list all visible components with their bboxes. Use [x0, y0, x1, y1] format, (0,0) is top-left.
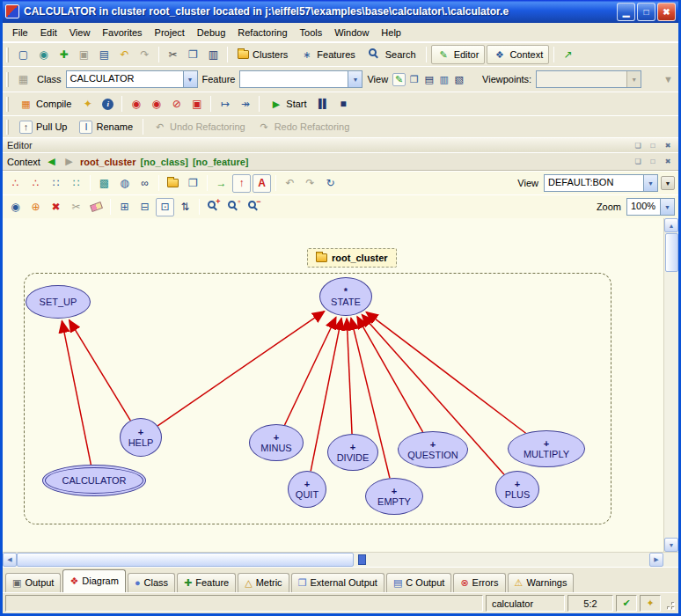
menu-item-favorites[interactable]: Favorites [96, 25, 148, 40]
copy-icon[interactable]: ❐ [184, 46, 202, 64]
tab-warnings[interactable]: ⚠Warnings [508, 573, 575, 592]
save-all-icon[interactable]: ▣ [75, 46, 93, 64]
breakpoint-disable-icon[interactable]: ⊘ [167, 95, 186, 114]
class-node-state[interactable]: *STATE [319, 277, 372, 316]
zoom-fit-icon[interactable]: ▫ [224, 198, 243, 216]
pull-up-button[interactable]: ↑ Pull Up [14, 117, 72, 136]
address-tool-icon[interactable]: ▦ [14, 70, 33, 89]
redo-icon[interactable]: ↷ [135, 46, 154, 64]
context-cluster-crumb[interactable]: root_cluster [80, 157, 136, 167]
feature-combo-arrow-icon[interactable]: ▼ [348, 71, 362, 87]
resize-grip[interactable] [663, 598, 677, 612]
class-node-help[interactable]: +HELP [120, 418, 162, 457]
tab-diagram[interactable]: ❖Diagram [62, 569, 125, 592]
diagram-canvas[interactable]: root_cluster SET_UP*STATE+HELPCALCULATOR… [3, 218, 663, 552]
class-combobox[interactable]: CALCULATOR ▼ [66, 70, 198, 88]
panel-float-icon[interactable]: ❏ [632, 140, 644, 151]
delete-tool-icon[interactable]: ✖ [47, 198, 65, 216]
class-relations-icon[interactable]: ∴ [6, 174, 25, 193]
start-button[interactable]: ▶ Start [264, 94, 311, 114]
horizontal-scrollbar[interactable]: ◀ ▶ [3, 552, 678, 567]
tab-output[interactable]: ▣Output [5, 573, 61, 592]
new-document-icon[interactable]: ▢ [14, 46, 33, 64]
vertical-scrollbar[interactable]: ▲ ▼ [663, 218, 678, 552]
diagram-redo-icon[interactable]: ↷ [301, 174, 319, 193]
class-node-minus[interactable]: +MINUS [249, 424, 304, 461]
inheritance-link-question-to-state[interactable] [357, 317, 423, 432]
clusters-button[interactable]: Clusters [232, 45, 293, 64]
history-back-icon[interactable]: ◀ [45, 155, 58, 168]
maximize-button[interactable]: □ [637, 3, 655, 21]
diagram-view-arrow-icon[interactable]: ▼ [643, 175, 657, 191]
inheritance-tool-icon[interactable]: ↑ [232, 174, 251, 193]
view-contract-icon[interactable]: ▤ [422, 73, 436, 86]
tab-metric[interactable]: △Metric [238, 573, 289, 592]
step-into-icon[interactable]: ↦ [216, 95, 234, 114]
menu-item-file[interactable]: File [6, 25, 34, 40]
features-button[interactable]: ∗ Features [295, 45, 360, 64]
anchor-tool-icon[interactable]: ⊕ [26, 198, 45, 216]
inheritance-link-multiply-to-state[interactable] [366, 312, 525, 434]
menu-item-debug[interactable]: Debug [191, 25, 231, 40]
feature-combobox[interactable]: ▼ [239, 70, 362, 88]
view-editor-icon[interactable]: ✎ [392, 73, 406, 86]
link-tool-icon[interactable]: ∞ [135, 174, 154, 193]
class-node-plus[interactable]: +PLUS [495, 471, 539, 508]
horizontal-scroll-thumb[interactable] [17, 553, 354, 567]
diagram-undo-icon[interactable]: ↶ [281, 174, 299, 193]
view-flat-icon[interactable]: ❐ [407, 73, 421, 86]
compile-button[interactable]: ▦ Compile [14, 94, 77, 114]
send-to-external-icon[interactable]: ↗ [559, 46, 577, 64]
editor-toggle-button[interactable]: ✎ Editor [431, 45, 486, 64]
zoom-combobox[interactable]: 100% ▼ [626, 198, 675, 216]
trim-tool-icon[interactable]: ✂ [67, 198, 85, 216]
breakpoint-remove-icon[interactable]: ▣ [187, 95, 206, 114]
context-maximize-icon[interactable]: □ [647, 156, 659, 167]
toolbar-grip[interactable] [6, 120, 9, 135]
export-image-icon[interactable]: ▩ [95, 174, 114, 193]
add-icon[interactable]: ✚ [55, 46, 73, 64]
title-bar[interactable]: CALCULATOR in cluster root_cluster locat… [3, 0, 678, 23]
class-node-calculator[interactable]: CALCULATOR [42, 465, 146, 496]
menu-item-view[interactable]: View [63, 25, 97, 40]
diagram-reload-icon[interactable]: ↻ [321, 174, 340, 193]
menu-item-edit[interactable]: Edit [34, 25, 63, 40]
tab-feature[interactable]: ✚Feature [177, 573, 236, 592]
cluster-relations-icon[interactable]: ∴ [26, 174, 45, 193]
context-close-icon[interactable]: ✖ [662, 156, 674, 167]
view-ancestors-icon[interactable]: ▧ [452, 73, 465, 86]
vertical-scroll-thumb[interactable] [665, 233, 678, 272]
class-node-set_up[interactable]: SET_UP [26, 285, 91, 319]
layout-icon[interactable]: ◍ [115, 174, 134, 193]
paste-icon[interactable]: ▥ [204, 46, 223, 64]
supplier-link-icon[interactable]: ∷ [67, 174, 85, 193]
class-node-empty[interactable]: +EMPTY [365, 478, 423, 515]
zoom-out-icon[interactable]: − [245, 198, 263, 216]
search-button[interactable]: Search [362, 45, 421, 64]
class-node-quit[interactable]: +QUIT [288, 471, 326, 508]
cluster-tab[interactable]: root_cluster [307, 248, 397, 268]
zoom-arrow-icon[interactable]: ▼ [660, 199, 674, 215]
context-toggle-button[interactable]: ❖ Context [487, 45, 549, 64]
info-icon[interactable]: i [99, 95, 117, 114]
view-interface-icon[interactable]: ▥ [437, 73, 450, 86]
breakpoint-show-icon[interactable]: ◉ [147, 95, 165, 114]
tab-errors[interactable]: ⊗Errors [453, 573, 505, 592]
save-icon[interactable]: ▤ [95, 46, 114, 64]
freeze-icon[interactable]: ✦ [78, 95, 97, 114]
tab-c-output[interactable]: ▤C Output [386, 573, 451, 592]
scroll-left-icon[interactable]: ◀ [3, 553, 17, 567]
rename-button[interactable]: I Rename [74, 117, 138, 136]
client-arrow-tool-icon[interactable]: → [212, 174, 231, 193]
toolbar-grip[interactable] [6, 72, 9, 87]
panel-maximize-icon[interactable]: □ [647, 140, 659, 151]
inheritance-link-calculator-to-set_up[interactable] [62, 321, 91, 465]
inheritance-link-help-to-state[interactable] [157, 312, 324, 426]
fit-to-screen-icon[interactable]: ⊞ [115, 198, 134, 216]
context-float-icon[interactable]: ❏ [632, 156, 644, 167]
view-menu-button[interactable]: ▼ [661, 176, 675, 190]
scroll-up-icon[interactable]: ▲ [664, 218, 678, 232]
menu-item-tools[interactable]: Tools [294, 25, 329, 40]
scroll-down-icon[interactable]: ▼ [664, 538, 678, 552]
context-feature-crumb[interactable]: [no_feature] [193, 157, 249, 167]
